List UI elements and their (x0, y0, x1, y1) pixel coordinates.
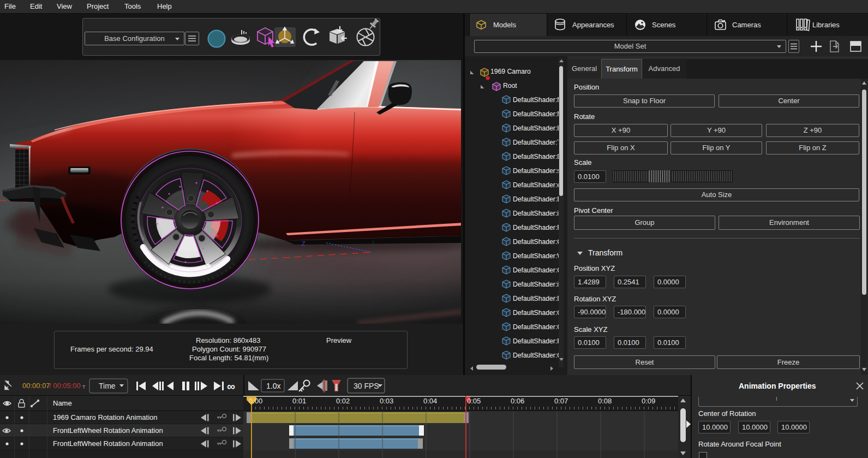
svg-text:0:00: 0:00 (249, 397, 262, 405)
svg-text:0:08: 0:08 (598, 397, 612, 405)
svg-text:0:01: 0:01 (292, 397, 306, 405)
svg-text:0:06: 0:06 (511, 397, 524, 405)
svg-text:T: T (82, 384, 86, 390)
svg-text:0:05: 0:05 (467, 397, 481, 405)
svg-text:0:03: 0:03 (380, 397, 393, 405)
svg-text:0:04: 0:04 (423, 397, 437, 405)
svg-text:/ 00:05:00: / 00:05:00 (49, 382, 81, 390)
svg-text:Time: Time (99, 382, 116, 390)
svg-text:30 FPS: 30 FPS (354, 382, 379, 390)
svg-text:∞: ∞ (227, 380, 235, 392)
svg-text:00:00:07: 00:00:07 (22, 382, 50, 390)
svg-text:0:02: 0:02 (336, 397, 350, 405)
svg-text:0:07: 0:07 (554, 397, 568, 405)
svg-text:0:09: 0:09 (642, 397, 655, 405)
svg-text:1.0x: 1.0x (266, 382, 280, 390)
svg-text:Z: Z (302, 240, 306, 247)
